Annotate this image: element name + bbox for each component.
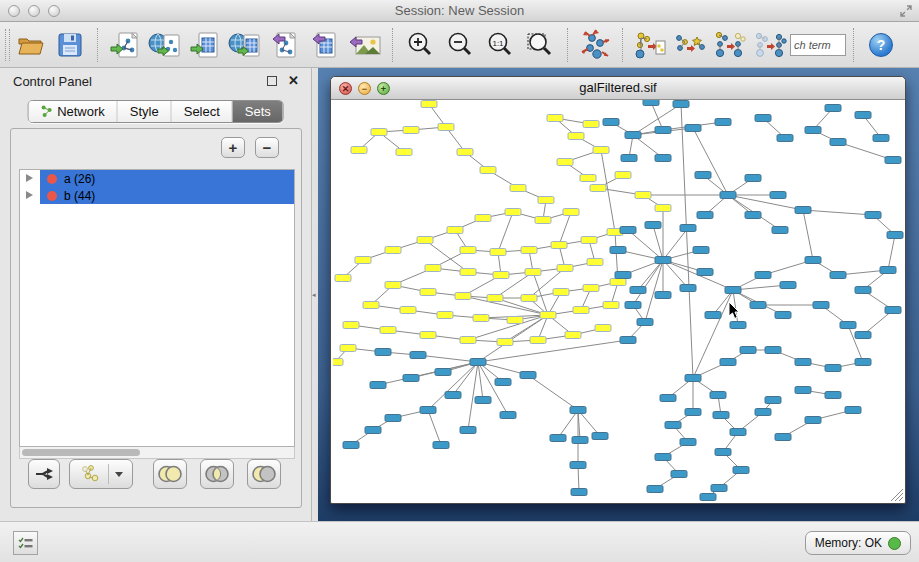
import-network-url-icon[interactable]	[148, 28, 182, 62]
network-node[interactable]	[355, 257, 371, 264]
network-node[interactable]	[765, 347, 781, 354]
network-node[interactable]	[720, 192, 736, 199]
network-node[interactable]	[538, 197, 554, 204]
union-button[interactable]	[153, 459, 187, 489]
network-node[interactable]	[855, 359, 871, 366]
network-node[interactable]	[620, 227, 636, 234]
network-node[interactable]	[711, 485, 727, 492]
network-node[interactable]	[805, 417, 821, 424]
network-node[interactable]	[510, 185, 526, 192]
zoom-in-icon[interactable]	[403, 28, 437, 62]
zoom-actual-icon[interactable]: 1:1	[483, 28, 517, 62]
network-node[interactable]	[343, 442, 359, 449]
network-node[interactable]	[380, 327, 396, 334]
network-node[interactable]	[593, 147, 609, 154]
frame-minimize-icon[interactable]: −	[358, 82, 371, 95]
network-node[interactable]	[610, 247, 626, 254]
network-node[interactable]	[540, 312, 556, 319]
network-node[interactable]	[685, 375, 701, 382]
network-node[interactable]	[695, 172, 711, 179]
network-node[interactable]	[420, 332, 436, 339]
network-node[interactable]	[693, 247, 709, 254]
network-node[interactable]	[530, 337, 546, 344]
export-network-icon[interactable]	[268, 28, 302, 62]
network-node[interactable]	[775, 434, 791, 441]
network-node[interactable]	[730, 322, 746, 329]
apply-layout-icon[interactable]	[578, 28, 612, 62]
network-node[interactable]	[840, 322, 856, 329]
network-node[interactable]	[420, 407, 436, 414]
float-panel-icon[interactable]	[267, 76, 277, 86]
network-node[interactable]	[363, 302, 379, 309]
list-item[interactable]: b (44)	[20, 187, 294, 204]
network-node[interactable]	[665, 422, 681, 429]
network-node[interactable]	[705, 312, 721, 319]
chevron-down-icon[interactable]	[115, 472, 123, 477]
frame-maximize-icon[interactable]: +	[377, 82, 390, 95]
import-table-file-icon[interactable]	[188, 28, 222, 62]
network-node[interactable]	[685, 409, 701, 416]
expand-triangle-icon[interactable]	[26, 174, 33, 182]
network-node[interactable]	[845, 407, 861, 414]
network-node[interactable]	[655, 454, 671, 461]
network-node[interactable]	[457, 149, 473, 156]
network-node[interactable]	[568, 133, 584, 140]
remove-set-button[interactable]: −	[255, 137, 279, 158]
network-node[interactable]	[887, 232, 903, 239]
list-item[interactable]: a (26)	[20, 170, 294, 187]
network-node[interactable]	[583, 285, 599, 292]
network-node[interactable]	[590, 185, 606, 192]
open-session-icon[interactable]	[13, 28, 47, 62]
network-node[interactable]	[403, 127, 419, 134]
fullscreen-icon[interactable]	[900, 5, 912, 17]
network-node[interactable]	[455, 293, 471, 300]
network-node[interactable]	[385, 282, 401, 289]
create-set-button[interactable]	[69, 459, 133, 489]
network-node[interactable]	[447, 227, 463, 234]
network-node[interactable]	[603, 119, 619, 126]
network-node[interactable]	[460, 337, 476, 344]
tab-sets[interactable]: Sets	[233, 101, 283, 122]
network-node[interactable]	[592, 433, 608, 440]
network-node[interactable]	[625, 302, 641, 309]
network-node[interactable]	[490, 249, 506, 256]
network-node[interactable]	[620, 337, 636, 344]
network-node[interactable]	[525, 269, 541, 276]
network-node[interactable]	[460, 247, 476, 254]
network-node[interactable]	[710, 392, 726, 399]
network-node[interactable]	[795, 359, 811, 366]
tab-select[interactable]: Select	[172, 101, 233, 122]
network-node[interactable]	[720, 359, 736, 366]
network-node[interactable]	[500, 412, 516, 419]
tab-network[interactable]: Network	[28, 101, 118, 122]
network-node[interactable]	[765, 397, 781, 404]
memory-status-button[interactable]: Memory: OK	[805, 531, 911, 555]
network-node[interactable]	[603, 302, 619, 309]
network-node[interactable]	[573, 307, 589, 314]
network-node[interactable]	[825, 105, 841, 112]
network-node[interactable]	[497, 339, 513, 346]
network-node[interactable]	[630, 287, 646, 294]
network-node[interactable]	[671, 471, 687, 478]
help-icon[interactable]: ?	[869, 33, 893, 57]
close-window-icon[interactable]	[8, 5, 20, 17]
network-node[interactable]	[410, 352, 426, 359]
network-node[interactable]	[825, 392, 841, 399]
import-table-url-icon[interactable]	[228, 28, 262, 62]
network-node[interactable]	[865, 212, 881, 219]
network-node[interactable]	[645, 222, 661, 229]
network-node[interactable]	[520, 372, 536, 379]
network-node[interactable]	[375, 349, 391, 356]
network-frame-titlebar[interactable]: ✕ − + galFiltered.sif	[331, 77, 905, 100]
network-node[interactable]	[570, 407, 586, 414]
network-node[interactable]	[547, 115, 563, 122]
zoom-window-icon[interactable]	[48, 5, 60, 17]
network-node[interactable]	[421, 101, 437, 108]
network-frame[interactable]: ✕ − + galFiltered.sif	[330, 76, 906, 504]
network-node[interactable]	[685, 125, 701, 132]
network-node[interactable]	[775, 312, 791, 319]
network-node[interactable]	[680, 285, 696, 292]
tab-style[interactable]: Style	[118, 101, 172, 122]
network-node[interactable]	[635, 192, 651, 199]
scrollbar-thumb[interactable]	[22, 449, 140, 456]
